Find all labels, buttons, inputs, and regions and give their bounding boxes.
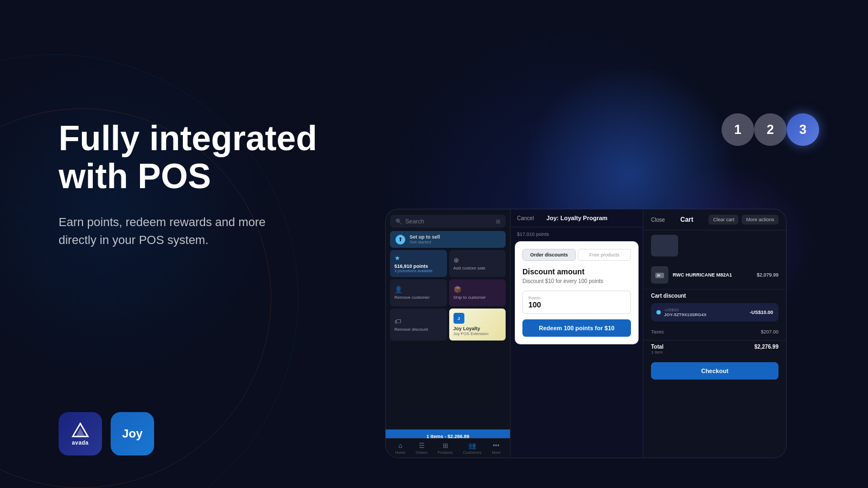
pos-search-text: Search <box>405 218 493 224</box>
joy-loyalty-tile[interactable]: J Joy Loyalty Joy POS Extension <box>449 309 506 341</box>
tab-order-discounts[interactable]: Order discounts <box>522 249 576 261</box>
product-name: RWC HURRICANE M82A1 <box>673 272 752 278</box>
panel-pos: 🔍 Search ⊞ ⬆ Set up to sell Get started <box>386 209 510 458</box>
clear-cart-button[interactable]: Clear cart <box>709 215 738 224</box>
steps-row: 1 2 3 <box>711 113 830 146</box>
svg-rect-3 <box>657 274 660 277</box>
sub-text: Earn points, redeem rewards and moredire… <box>59 213 357 249</box>
remove-discount-tile[interactable]: 🏷 Remove discount <box>390 309 447 341</box>
step-3: 3 <box>787 113 819 146</box>
avada-logo: avada <box>59 412 102 455</box>
more-icon: ••• <box>493 442 500 450</box>
joy-logo: Joy <box>111 412 154 455</box>
points-icon: ★ <box>394 254 443 262</box>
loyalty-tabs: Order discounts Free products <box>522 249 631 261</box>
nav-customers[interactable]: 👥 Customers <box>463 442 482 454</box>
total-row: Total 1 item $2,276.99 <box>643 340 786 358</box>
discount-subtitle: Discount $10 for every 100 points <box>522 278 631 284</box>
step-1: 1 <box>722 113 754 146</box>
loyalty-header: Cancel Joy: Loyalty Program <box>510 209 643 227</box>
cancel-button[interactable]: Cancel <box>517 215 534 221</box>
ship-tile[interactable]: 📦 Ship to customer <box>449 279 506 306</box>
cart-header: Close Cart Clear cart More actions <box>643 209 786 230</box>
more-actions-button[interactable]: More actions <box>742 215 778 224</box>
search-icon: 🔍 <box>395 219 402 224</box>
nav-more[interactable]: ••• More <box>492 442 500 454</box>
nav-orders[interactable]: ☰ Orders <box>416 442 427 454</box>
remove-customer-tile[interactable]: 👤 Remove customer <box>390 279 447 306</box>
discount-amount: -US$10.00 <box>750 310 773 315</box>
loyalty-points-bar: $17,010 points <box>517 232 636 237</box>
nav-home[interactable]: ⌂ Home <box>395 442 406 454</box>
add-icon: ⊕ <box>454 256 502 264</box>
products-icon: ⊞ <box>443 442 448 450</box>
points-input[interactable]: Points 100 <box>522 291 631 314</box>
pos-search[interactable]: 🔍 Search ⊞ <box>390 215 506 228</box>
discount-info: -US$10 JOY-5ZT9X13SRG4X <box>664 307 706 317</box>
cart-img-row <box>643 230 786 261</box>
loyalty-discount-card: Order discounts Free products Discount a… <box>515 241 639 344</box>
taxes-row: Taxes $207.00 <box>643 326 786 338</box>
left-content: Fully integrated with POS Earn points, r… <box>59 119 357 249</box>
nav-products[interactable]: ⊞ Products <box>438 442 453 454</box>
orders-icon: ☰ <box>419 442 425 450</box>
panel-loyalty: Cancel Joy: Loyalty Program $17,010 poin… <box>510 209 643 458</box>
loyalty-title: Joy: Loyalty Program <box>546 215 607 221</box>
cart-title: Cart <box>680 216 693 223</box>
total-label-wrap: Total 1 item <box>651 344 663 355</box>
demo-panels: 🔍 Search ⊞ ⬆ Set up to sell Get started <box>386 209 786 458</box>
redeem-button[interactable]: Redeem 100 points for $10 <box>522 319 631 337</box>
setup-icon: ⬆ <box>395 235 405 245</box>
close-button[interactable]: Close <box>651 217 665 223</box>
bottom-logos: avada Joy <box>59 412 154 455</box>
cart-product-row: RWC HURRICANE M82A1 $2,079.99 <box>643 261 786 290</box>
step-2: 2 <box>754 113 787 146</box>
joy-tile-icon: J <box>454 313 464 324</box>
cart-discount-label: Cart discount <box>651 293 778 299</box>
home-icon: ⌂ <box>398 442 402 450</box>
pos-nav: ⌂ Home ☰ Orders ⊞ Products 👥 Customers <box>386 438 510 458</box>
setup-text-wrap: Set up to sell Get started <box>410 234 440 245</box>
pos-setup-banner[interactable]: ⬆ Set up to sell Get started <box>390 231 506 248</box>
demo-container: 🔍 Search ⊞ ⬆ Set up to sell Get started <box>385 209 787 458</box>
customers-icon: 👥 <box>468 442 476 450</box>
tab-free-products[interactable]: Free products <box>578 249 631 261</box>
panel-cart: Close Cart Clear cart More actions <box>643 209 786 458</box>
product-price: $2,079.99 <box>757 272 778 278</box>
ship-icon: 📦 <box>454 286 502 293</box>
cart-discount-box: -US$10 JOY-5ZT9X13SRG4X -US$10.00 <box>651 303 778 322</box>
person-icon: 👤 <box>394 286 443 293</box>
product-image <box>651 266 668 284</box>
discount-left: -US$10 JOY-5ZT9X13SRG4X <box>656 307 706 317</box>
discount-icon: 🏷 <box>394 318 443 325</box>
discount-dot <box>656 310 661 314</box>
cart-product-thumbnail <box>651 235 678 256</box>
pos-icon-right: ⊞ <box>496 219 500 224</box>
checkout-button[interactable]: Checkout <box>651 362 778 380</box>
discount-title: Discount amount <box>522 267 631 276</box>
add-custom-tile[interactable]: ⊕ Add custom sale <box>449 250 506 277</box>
total-value: $2,276.99 <box>755 344 779 355</box>
cart-actions: Clear cart More actions <box>709 215 778 224</box>
pos-points-tile[interactable]: ★ 516,910 points 3 promotions available <box>390 250 447 277</box>
main-heading: Fully integrated with POS <box>59 119 357 196</box>
pos-grid: ★ 516,910 points 3 promotions available … <box>390 250 506 341</box>
demo-wrapper: 🔍 Search ⊞ ⬆ Set up to sell Get started <box>711 100 830 146</box>
